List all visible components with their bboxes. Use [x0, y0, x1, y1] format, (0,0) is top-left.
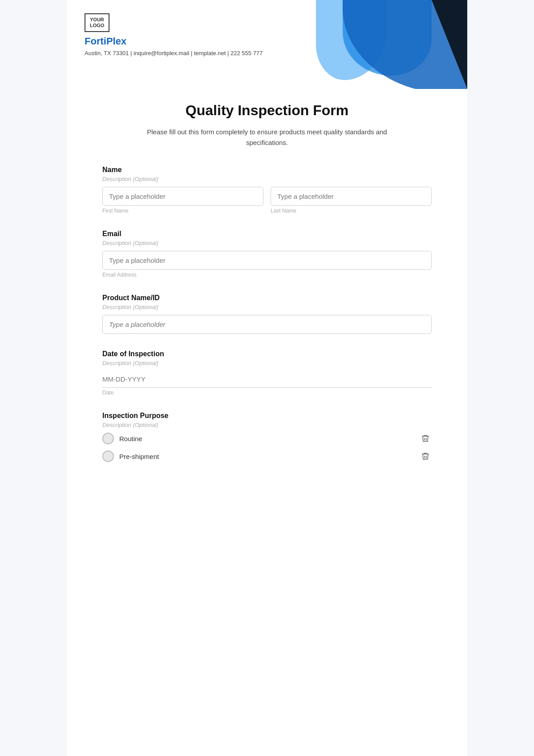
- radio-label-preshipment: Pre-shipment: [119, 453, 159, 460]
- field-name-section: Name Description (Optional) First Name L…: [102, 166, 432, 214]
- field-purpose-section: Inspection Purpose Description (Optional…: [102, 412, 432, 462]
- last-name-input[interactable]: [271, 187, 432, 206]
- field-name-description: Description (Optional): [102, 176, 432, 182]
- field-purpose-label: Inspection Purpose: [102, 412, 432, 420]
- first-name-sublabel: First Name: [102, 208, 263, 214]
- form-description: Please fill out this form completely to …: [134, 127, 400, 148]
- last-name-col: Last Name: [271, 187, 432, 214]
- radio-circle-routine: [102, 433, 114, 444]
- last-name-sublabel: Last Name: [271, 208, 432, 214]
- form-title: Quality Inspection Form: [102, 102, 432, 119]
- name-field-row: First Name Last Name: [102, 187, 432, 214]
- email-input[interactable]: [102, 251, 432, 270]
- field-date-description: Description (Optional): [102, 360, 432, 366]
- first-name-input[interactable]: [102, 187, 263, 206]
- radio-option-preshipment[interactable]: Pre-shipment: [102, 450, 432, 462]
- header: YOUR LOGO FortiPlex Austin, TX 73301 | i…: [67, 0, 467, 89]
- field-date-label: Date of Inspection: [102, 350, 432, 358]
- field-product-section: Product Name/ID Description (Optional): [102, 294, 432, 334]
- delete-preshipment-button[interactable]: [419, 450, 432, 462]
- logo-box: YOUR LOGO: [85, 13, 109, 32]
- email-sublabel: Email Address: [102, 272, 432, 278]
- field-date-section: Date of Inspection Description (Optional…: [102, 350, 432, 396]
- field-purpose-description: Description (Optional): [102, 422, 432, 428]
- field-name-label: Name: [102, 166, 432, 174]
- field-product-label: Product Name/ID: [102, 294, 432, 302]
- field-product-description: Description (Optional): [102, 304, 432, 310]
- radio-circle-preshipment: [102, 450, 114, 462]
- date-sublabel: Date: [102, 390, 432, 396]
- first-name-col: First Name: [102, 187, 263, 214]
- field-email-section: Email Description (Optional) Email Addre…: [102, 230, 432, 278]
- form-content: Quality Inspection Form Please fill out …: [67, 89, 467, 505]
- date-input[interactable]: [102, 371, 432, 388]
- product-input[interactable]: [102, 315, 432, 334]
- radio-option-routine[interactable]: Routine: [102, 433, 432, 444]
- field-email-description: Description (Optional): [102, 240, 432, 246]
- delete-routine-button[interactable]: [419, 432, 432, 445]
- field-email-label: Email: [102, 230, 432, 238]
- radio-label-routine: Routine: [119, 435, 142, 442]
- header-decoration: [298, 0, 467, 89]
